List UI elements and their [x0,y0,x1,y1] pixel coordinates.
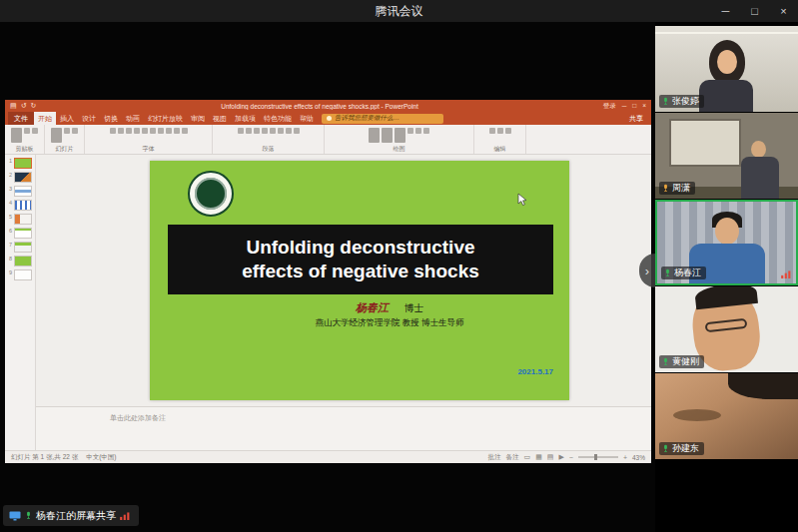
language-indicator[interactable]: 中文(中国) [86,453,116,462]
align-center-icon[interactable] [270,128,276,134]
ribbon-group-icons [489,128,511,134]
notes-pane[interactable]: 单击此处添加备注 [36,406,651,450]
italic-icon[interactable] [134,128,140,134]
tellme-search[interactable]: 告诉我您想要做什么… [322,114,443,124]
ppt-signin-button[interactable]: 登录 [603,102,616,111]
participant-tile-zhangjunting[interactable]: 张俊婷 [655,26,798,112]
numbering-icon[interactable] [246,128,252,134]
slide-thumbnail-7[interactable]: 7 [7,242,33,253]
notes-button[interactable]: 备注 [506,453,519,462]
ppt-close-button[interactable]: × [642,102,646,111]
ppt-minimize-button[interactable]: ─ [622,102,627,111]
slide-thumbnail-5[interactable]: 5 [7,214,33,225]
ribbon-group-label: 段落 [263,146,275,153]
font-name-icon[interactable] [110,128,116,134]
select-icon[interactable] [505,128,511,134]
char-spacing-icon[interactable] [182,128,188,134]
paste-icon[interactable] [11,128,22,143]
participant-tile-zhouxiao[interactable]: 周潇 [655,113,798,199]
participant-name-tag: 黄健刚 [659,355,704,368]
find-icon[interactable] [489,128,495,134]
participant-name: 周潇 [672,183,690,194]
minimize-button[interactable]: ─ [711,0,740,22]
tab-home[interactable]: 开始 [34,112,56,125]
ppt-body: 1 2 3 4 5 6 7 8 9 Unfo [5,155,651,450]
slide-thumbnail-6[interactable]: 6 [7,228,33,239]
quick-styles-icon[interactable] [395,128,405,143]
slide-thumbnail-1[interactable]: 1 [7,158,33,169]
highlight-icon[interactable] [166,128,172,134]
clear-format-icon[interactable] [174,128,180,134]
tab-review[interactable]: 审阅 [187,112,209,125]
bold-icon[interactable] [126,128,132,134]
reading-view-icon[interactable]: ▤ [547,453,554,461]
slide-thumbnail-8[interactable]: 8 [7,256,33,266]
bullets-icon[interactable] [238,128,244,134]
tab-design[interactable]: 设计 [78,112,100,125]
tab-special-features[interactable]: 特色功能 [260,112,296,125]
arrange-icon[interactable] [382,128,393,143]
participant-tile-huangjiangang[interactable]: 黄健刚 [655,286,798,372]
close-button[interactable]: × [769,0,798,22]
layout-icon[interactable] [64,128,70,134]
ppt-maximize-button[interactable]: □ [632,102,636,111]
zoom-in-button[interactable]: + [623,454,627,461]
zoom-slider[interactable] [578,456,618,458]
tab-transitions[interactable]: 切换 [100,112,122,125]
slide-thumbnail-4[interactable]: 4 [7,200,33,211]
copy-icon[interactable] [32,128,38,134]
replace-icon[interactable] [497,128,503,134]
font-size-icon[interactable] [118,128,124,134]
shape-effects-icon[interactable] [423,128,429,134]
columns-icon[interactable] [286,128,292,134]
undo-icon[interactable]: ↺ [21,102,27,110]
tab-addins[interactable]: 加载项 [231,112,260,125]
shadow-icon[interactable] [150,128,156,134]
comments-button[interactable]: 批注 [488,453,501,462]
participant-tile-sunjiandong[interactable]: 孙建东 [655,373,798,459]
normal-view-icon[interactable]: ▭ [524,453,531,461]
thumb-number: 7 [7,242,12,248]
tab-insert[interactable]: 插入 [56,112,78,125]
slide-sorter-view-icon[interactable]: ▦ [535,453,542,461]
align-right-icon[interactable] [278,128,284,134]
person-brow-shape [673,409,721,421]
zoom-out-button[interactable]: − [569,454,573,461]
shape-fill-icon[interactable] [407,128,413,134]
person-face-shape [715,218,739,245]
thumb-number: 3 [7,186,12,192]
slide-1[interactable]: Unfolding deconstructive effects of nega… [150,161,569,400]
cut-icon[interactable] [24,128,30,134]
shapes-icon[interactable] [369,128,380,143]
participant-name-tag: 张俊婷 [659,95,704,108]
ribbon-group-label: 字体 [143,146,155,153]
slide-title-box: Unfolding deconstructive effects of nega… [168,225,553,294]
slide-counter: 幻灯片 第 1 张,共 22 张 [11,453,78,462]
save-icon[interactable]: ▤ [10,102,17,110]
new-slide-icon[interactable] [51,128,62,143]
shape-outline-icon[interactable] [415,128,421,134]
participant-tile-yangchunjiang-active-speaker[interactable]: 杨春江 [655,200,798,285]
slide-thumbnail-3[interactable]: 3 [7,186,33,197]
tab-view[interactable]: 视图 [209,112,231,125]
ribbon-group-clipboard: 剪贴板 [5,125,45,154]
slideshow-view-icon[interactable]: ▶ [558,453,563,461]
font-color-icon[interactable] [158,128,164,134]
indent-icon[interactable] [254,128,260,134]
zoom-percent[interactable]: 43% [632,454,645,461]
slide-thumbnail-2[interactable]: 2 [7,172,33,183]
share-badge[interactable]: 杨春江的屏幕共享 [3,505,139,526]
tab-help[interactable]: 帮助 [296,112,318,125]
maximize-button[interactable]: □ [740,0,769,22]
tab-file[interactable]: 文件 [8,112,34,125]
underline-icon[interactable] [142,128,148,134]
lightbulb-icon [327,116,332,121]
slide-thumbnail-9[interactable]: 9 [7,269,33,280]
ppt-share-button[interactable]: 共享 [629,114,643,124]
reset-icon[interactable] [72,128,78,134]
tab-animations[interactable]: 动画 [122,112,144,125]
slide-canvas[interactable]: Unfolding deconstructive effects of nega… [36,155,651,450]
tab-slideshow[interactable]: 幻灯片放映 [144,112,187,125]
text-direction-icon[interactable] [294,128,300,134]
align-left-icon[interactable] [262,128,268,134]
